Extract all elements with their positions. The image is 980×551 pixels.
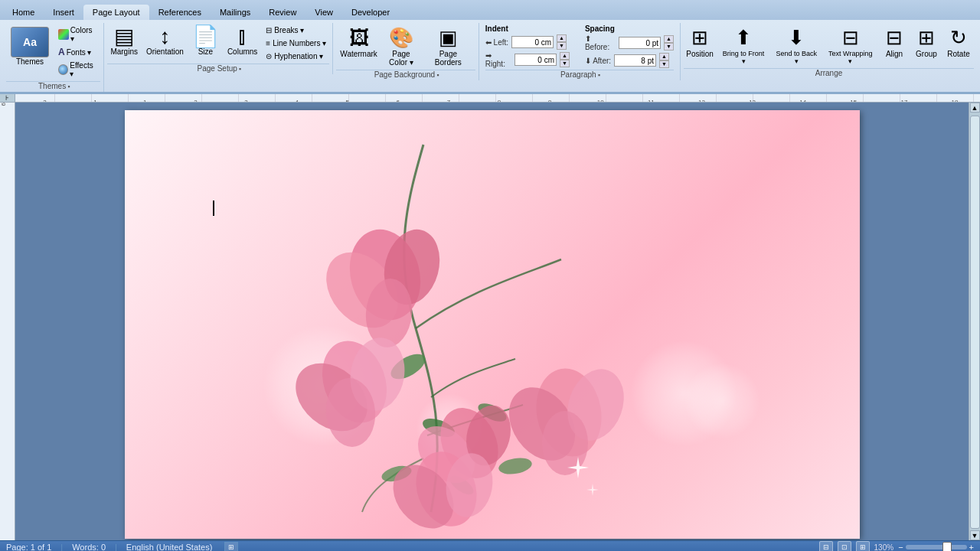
tab-view[interactable]: View: [305, 5, 342, 20]
page-count: Page: 1 of 1: [6, 543, 51, 551]
view-web-button[interactable]: ⊞: [856, 541, 870, 551]
paragraph-label: Paragraph: [559, 70, 598, 79]
page-setup-right: ⊟ Breaks ▾ ≡ Line Numbers ▾ ⊝ Hyphenatio…: [263, 24, 329, 62]
text-cursor: [213, 201, 214, 216]
margins-label: Margins: [110, 47, 138, 56]
line-numbers-label: Line Numbers ▾: [273, 39, 326, 47]
spacing-after-stepper[interactable]: ▲▼: [659, 53, 669, 68]
zoom-slider[interactable]: [906, 545, 967, 549]
zoom-in-button[interactable]: +: [969, 543, 974, 551]
arrange-group: ⊞ Position ⬆ Bring to Front ▾ ⬇ Send to …: [681, 23, 977, 79]
page-color-icon: 🎨: [389, 26, 413, 50]
tab-bar: Home Insert Page Layout References Maili…: [0, 0, 980, 20]
rotate-label: Rotate: [947, 50, 969, 58]
word-count: Words: 0: [72, 543, 106, 551]
zoom-level: 130%: [874, 543, 894, 552]
bring-to-front-button[interactable]: ⬆ Bring to Front ▾: [717, 24, 769, 67]
tab-references[interactable]: References: [149, 5, 211, 20]
text-wrapping-icon: ⊟: [842, 26, 859, 50]
svg-point-4: [497, 455, 533, 476]
indent-right-stepper[interactable]: ▲▼: [560, 52, 570, 67]
zoom-out-button[interactable]: −: [898, 543, 903, 551]
text-wrapping-label: Text Wrapping ▾: [827, 50, 874, 65]
indent-left-stepper[interactable]: ▲▼: [557, 34, 567, 50]
hyphenation-button[interactable]: ⊝ Hyphenation ▾: [263, 51, 329, 62]
page-borders-button[interactable]: ▣ Page Borders: [421, 24, 475, 68]
vertical-scrollbar[interactable]: ▲ ▼: [969, 103, 980, 540]
themes-button[interactable]: Aa Themes: [6, 24, 54, 80]
horizontal-ruler: ⊦ -2 -1 1 2 3 4 5 6 7 8 9 10 11: [0, 94, 980, 103]
zoom-thumb[interactable]: [942, 542, 952, 551]
columns-icon: ⫿: [237, 26, 248, 47]
indent-label: Indent: [485, 24, 570, 33]
line-numbers-icon: ≡: [266, 39, 270, 47]
spacing-label: Spacing: [585, 24, 674, 33]
watermark-button[interactable]: 🖼 Watermark: [336, 24, 381, 68]
tab-mailings[interactable]: Mailings: [211, 5, 260, 20]
columns-button[interactable]: ⫿ Columns: [224, 24, 260, 62]
rotate-button[interactable]: ↻ Rotate: [943, 24, 974, 67]
page-background-group: 🖼 Watermark 🎨 Page Color ▾ ▣ Page Border…: [336, 24, 475, 68]
size-button[interactable]: 📄 Size: [189, 24, 222, 62]
themes-group: Aa Themes Colors ▾ A Fonts ▾: [6, 24, 100, 80]
page-color-label2: Color ▾: [389, 58, 413, 67]
group-button[interactable]: ⊞ Group: [911, 24, 942, 67]
send-to-back-icon: ⬇: [788, 26, 805, 50]
scroll-thumb[interactable]: [970, 116, 980, 529]
view-fullscreen-button[interactable]: ⊡: [838, 541, 851, 551]
spacing-after-input[interactable]: [614, 54, 656, 67]
page-setup-label: Page Setup: [196, 64, 239, 73]
effects-button[interactable]: Effects ▾: [55, 60, 100, 80]
spacing-before-input[interactable]: [619, 37, 661, 49]
page-background-label: Page Background: [373, 70, 437, 79]
breaks-button[interactable]: ⊟ Breaks ▾: [263, 24, 329, 36]
view-print-button[interactable]: ⊟: [819, 541, 833, 551]
ribbon-content: Aa Themes Colors ▾ A Fonts ▾: [0, 20, 980, 93]
effects-icon: [58, 64, 68, 75]
page-setup-expand[interactable]: ▪: [239, 65, 241, 73]
colors-button[interactable]: Colors ▾: [55, 24, 100, 44]
tab-insert[interactable]: Insert: [44, 5, 83, 20]
paragraph-expand[interactable]: ▪: [598, 71, 600, 79]
margins-button[interactable]: ▤ Margins: [107, 24, 141, 62]
rotate-icon: ↻: [950, 26, 967, 50]
send-to-back-button[interactable]: ⬇ Send to Back ▾: [771, 24, 822, 67]
effects-label: Effects ▾: [70, 61, 97, 78]
page-setup-group-title: Page Setup ▪: [107, 64, 329, 73]
line-numbers-button[interactable]: ≡ Line Numbers ▾: [263, 37, 329, 49]
themes-expand[interactable]: ▪: [67, 83, 70, 90]
position-button[interactable]: ⊞ Position: [684, 24, 716, 67]
themes-group-title: Themes ▪: [6, 81, 100, 90]
tab-page-layout[interactable]: Page Layout: [83, 5, 149, 20]
position-label: Position: [686, 50, 714, 58]
fonts-button[interactable]: A Fonts ▾: [55, 45, 100, 59]
indent-right-input[interactable]: [514, 54, 557, 66]
tab-developer[interactable]: Developer: [342, 5, 399, 20]
orientation-label: Orientation: [146, 47, 184, 56]
watermark-label: Watermark: [340, 50, 377, 58]
themes-label: Themes: [16, 57, 44, 66]
status-right: ⊟ ⊡ ⊞ 130% − +: [819, 541, 974, 551]
tab-review[interactable]: Review: [260, 5, 305, 20]
scroll-up-button[interactable]: ▲: [970, 103, 980, 112]
group-icon: ⊞: [918, 26, 935, 50]
text-wrapping-button[interactable]: ⊟ Text Wrapping ▾: [824, 24, 877, 67]
orientation-button[interactable]: ↕ Orientation: [143, 24, 187, 62]
status-bar: Page: 1 of 1 | Words: 0 | English (Unite…: [0, 540, 980, 551]
doc-area[interactable]: [15, 103, 969, 540]
align-button[interactable]: ⊟ Align: [879, 24, 910, 67]
right-label: ➡ Right:: [485, 51, 511, 68]
page-color-button[interactable]: 🎨 Page Color ▾: [383, 24, 420, 68]
spacing-before-stepper[interactable]: ▲▼: [664, 35, 674, 51]
page-background-expand[interactable]: ▪: [436, 71, 439, 79]
indent-left-input[interactable]: [511, 36, 554, 48]
status-page-icon[interactable]: ⊞: [224, 542, 238, 551]
fonts-label: Fonts ▾: [67, 48, 92, 57]
tab-home[interactable]: Home: [3, 5, 44, 20]
paragraph-group: Indent ⬅ Left: ▲▼ ➡ Right: ▲▼: [479, 23, 681, 80]
ruler-corner[interactable]: ⊦: [0, 94, 15, 102]
document[interactable]: [125, 110, 860, 539]
floral-illustration: [125, 110, 860, 539]
position-icon: ⊞: [691, 26, 708, 50]
scroll-down-button[interactable]: ▼: [970, 530, 980, 540]
